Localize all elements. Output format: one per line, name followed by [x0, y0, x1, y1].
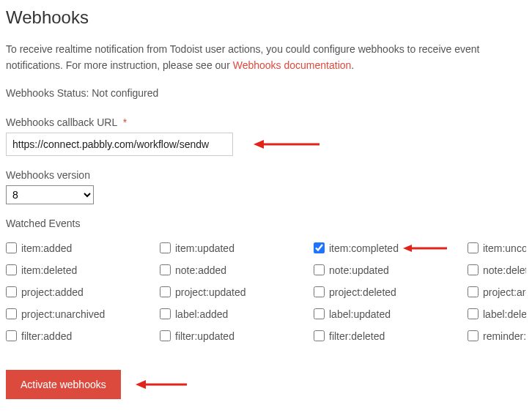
event-label: label:added — [175, 308, 228, 320]
event-label: note:added — [175, 264, 226, 276]
event-item[interactable]: note:added — [160, 264, 306, 276]
event-item[interactable]: project:deleted — [314, 286, 460, 298]
event-checkbox[interactable] — [314, 330, 325, 341]
event-checkbox[interactable] — [160, 330, 171, 341]
version-select[interactable]: 8 — [6, 185, 94, 204]
arrow-annotation-icon — [403, 242, 447, 254]
arrow-annotation-icon — [254, 137, 319, 152]
event-label: filter:deleted — [329, 330, 385, 342]
event-label: note:deleted — [483, 264, 526, 276]
event-item[interactable]: reminder:fired — [468, 330, 526, 342]
event-checkbox[interactable] — [314, 308, 325, 319]
event-item[interactable]: filter:updated — [160, 330, 306, 342]
watched-events-label: Watched Events — [6, 218, 526, 229]
event-label: project:updated — [175, 286, 246, 298]
event-checkbox[interactable] — [468, 242, 479, 253]
event-item[interactable]: note:updated — [314, 264, 460, 276]
event-checkbox[interactable] — [160, 286, 171, 297]
event-label: project:archived — [483, 286, 526, 298]
svg-marker-1 — [254, 140, 264, 149]
event-checkbox[interactable] — [6, 264, 17, 275]
event-checkbox[interactable] — [314, 242, 325, 253]
event-checkbox[interactable] — [314, 264, 325, 275]
event-label: filter:added — [21, 330, 72, 342]
event-label: project:added — [21, 286, 84, 298]
intro-text-b: . — [351, 59, 354, 71]
intro-text: To receive realtime notification from To… — [6, 41, 526, 74]
event-checkbox[interactable] — [6, 308, 17, 319]
event-item[interactable]: note:deleted — [468, 264, 526, 276]
event-checkbox[interactable] — [6, 286, 17, 297]
event-checkbox[interactable] — [160, 264, 171, 275]
page-title: Webhooks — [6, 7, 526, 28]
svg-marker-3 — [403, 245, 412, 252]
event-item[interactable]: item:uncompleted — [468, 242, 526, 254]
event-item[interactable]: project:updated — [160, 286, 306, 298]
event-checkbox[interactable] — [468, 286, 479, 297]
event-item[interactable]: filter:deleted — [314, 330, 460, 342]
version-label: Webhooks version — [6, 169, 526, 181]
callback-url-input[interactable] — [6, 133, 233, 156]
event-item[interactable]: item:added — [6, 242, 152, 254]
event-item[interactable]: item:deleted — [6, 264, 152, 276]
event-label: item:deleted — [21, 264, 77, 276]
event-checkbox[interactable] — [160, 242, 171, 253]
event-item[interactable]: filter:added — [6, 330, 152, 342]
watched-events-grid: item:addeditem:updateditem:completeditem… — [6, 242, 526, 342]
event-label: label:updated — [329, 308, 391, 320]
event-item[interactable]: project:added — [6, 286, 152, 298]
event-checkbox[interactable] — [468, 330, 479, 341]
event-item[interactable]: label:updated — [314, 308, 460, 320]
activate-webhooks-button[interactable]: Activate webhooks — [6, 370, 121, 399]
event-checkbox[interactable] — [468, 308, 479, 319]
event-checkbox[interactable] — [6, 330, 17, 341]
webhooks-doc-link[interactable]: Webhooks documentation — [233, 59, 352, 71]
event-label: item:updated — [175, 242, 234, 254]
event-item[interactable]: label:added — [160, 308, 306, 320]
webhooks-status: Webhooks Status: Not configured — [6, 87, 526, 99]
event-item[interactable]: project:unarchived — [6, 308, 152, 320]
event-item[interactable]: item:completed — [314, 242, 460, 254]
event-label: reminder:fired — [483, 330, 526, 342]
event-item[interactable]: label:deleted — [468, 308, 526, 320]
event-checkbox[interactable] — [160, 308, 171, 319]
callback-url-label-text: Webhooks callback URL — [6, 116, 117, 128]
event-checkbox[interactable] — [468, 264, 479, 275]
event-label: label:deleted — [483, 308, 526, 320]
event-item[interactable]: project:archived — [468, 286, 526, 298]
event-checkbox[interactable] — [314, 286, 325, 297]
event-checkbox[interactable] — [6, 242, 17, 253]
event-label: project:unarchived — [21, 308, 105, 320]
callback-url-label: Webhooks callback URL * — [6, 116, 526, 128]
event-label: note:updated — [329, 264, 389, 276]
svg-marker-5 — [136, 380, 146, 389]
event-label: item:completed — [329, 242, 399, 254]
event-label: filter:updated — [175, 330, 234, 342]
event-label: item:added — [21, 242, 72, 254]
event-label: project:deleted — [329, 286, 396, 298]
event-label: item:uncompleted — [483, 242, 526, 254]
required-star-icon: * — [123, 116, 127, 128]
arrow-annotation-icon — [136, 377, 187, 392]
event-item[interactable]: item:updated — [160, 242, 306, 254]
